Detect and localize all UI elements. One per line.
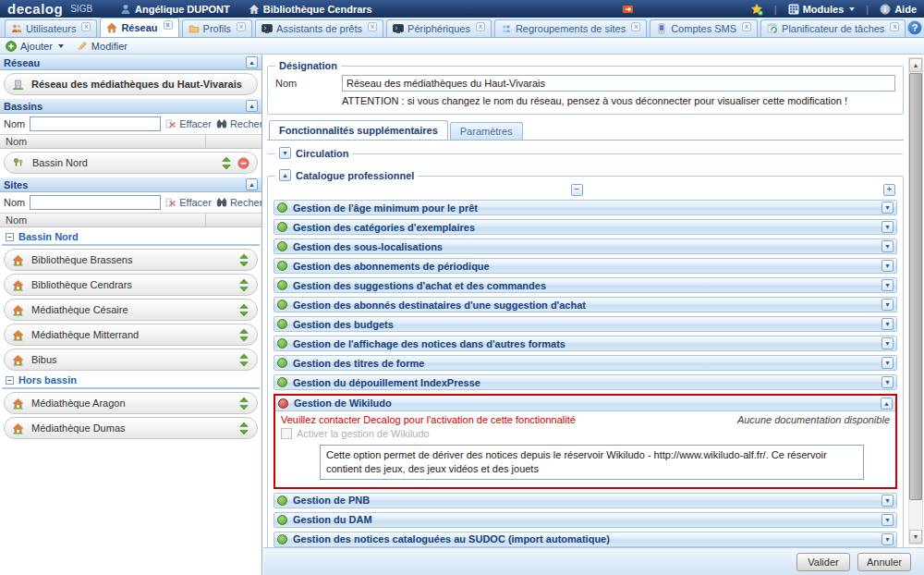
expand-button[interactable]: ▼: [279, 147, 291, 159]
feature-bar[interactable]: Gestion des suggestions d'achat et des c…: [274, 277, 897, 293]
feature-bar[interactable]: Gestion des abonnements de périodique▼: [274, 258, 897, 274]
sort-arrows-icon[interactable]: [238, 353, 249, 367]
sort-arrows-icon[interactable]: [221, 156, 232, 170]
tab-p-riph-riques[interactable]: Périphériquesx: [386, 19, 492, 37]
help-button[interactable]: ?: [907, 20, 922, 35]
expand-feature-button[interactable]: ▼: [881, 533, 894, 545]
expand-feature-button[interactable]: ▼: [881, 318, 894, 330]
sort-arrows-icon[interactable]: [238, 278, 249, 292]
site-row[interactable]: Bibus: [4, 349, 258, 371]
expand-feature-button[interactable]: ▼: [881, 202, 894, 214]
expand-feature-button[interactable]: ▼: [881, 495, 894, 507]
site-row[interactable]: Médiathèque Aragon: [4, 392, 258, 414]
feature-bar[interactable]: Gestion des titres de forme▼: [274, 355, 897, 371]
cancel-button[interactable]: Annuler: [857, 553, 911, 571]
expand-feature-button[interactable]: ▼: [881, 260, 894, 272]
add-button[interactable]: Ajouter: [6, 41, 64, 52]
current-user[interactable]: Angélique DUPONT: [120, 4, 230, 15]
expand-feature-button[interactable]: ▼: [881, 279, 894, 291]
bassin-row[interactable]: Bassin Nord: [4, 152, 258, 174]
panel-header-sites[interactable]: Sites ▲: [0, 177, 261, 192]
bassins-clear-button[interactable]: Effacer: [165, 118, 212, 129]
expand-feature-button[interactable]: ▼: [881, 240, 894, 252]
expand-feature-button[interactable]: ▼: [881, 221, 894, 233]
tab-assistants-de-pr-ts[interactable]: Assistants de prêtsx: [255, 19, 383, 37]
bassins-column-header[interactable]: Nom: [0, 134, 261, 149]
panel-header-bassins[interactable]: Bassins ▲: [0, 98, 261, 114]
favorites-add-icon[interactable]: [750, 3, 763, 16]
help-menu[interactable]: Aide: [880, 4, 917, 15]
remove-icon[interactable]: [237, 157, 249, 169]
expand-feature-button[interactable]: ▼: [881, 357, 894, 369]
feature-bar[interactable]: Gestion des catégories d'exemplaires▼: [274, 219, 897, 235]
panel-header-reseau[interactable]: Réseau ▲: [0, 55, 261, 70]
feature-bar[interactable]: Gestion des sous-localisations▼: [274, 239, 897, 254]
tab-profils[interactable]: Profilsx: [182, 19, 253, 37]
site-group-header[interactable]: −Bassin Nord: [2, 231, 260, 246]
close-icon[interactable]: x: [890, 22, 899, 31]
site-row[interactable]: Bibliothèque Brassens: [4, 249, 258, 271]
collapse-button[interactable]: ▲: [246, 56, 258, 68]
collapse-button[interactable]: ▲: [279, 169, 291, 181]
site-row[interactable]: Bibliothèque Cendrars: [4, 274, 258, 296]
current-site[interactable]: Bibliothèque Cendrars: [249, 4, 372, 15]
close-icon[interactable]: x: [631, 22, 640, 31]
bassins-search-input[interactable]: [30, 116, 161, 131]
tab-planificateur-de-t-ches[interactable]: Planificateur de tâchesx: [760, 19, 906, 37]
close-icon[interactable]: x: [81, 22, 91, 31]
feature-bar[interactable]: Gestion de Wikiludo▲: [275, 396, 895, 411]
collapse-group-icon[interactable]: −: [6, 376, 14, 385]
feature-bar[interactable]: Gestion de PNB▼: [274, 493, 897, 508]
modules-menu[interactable]: Modules: [788, 4, 856, 15]
export-icon[interactable]: [622, 4, 634, 15]
tab-r-seau[interactable]: Réseaux: [100, 18, 178, 37]
modify-button[interactable]: Modifier: [77, 41, 128, 52]
close-icon[interactable]: x: [164, 20, 173, 30]
scroll-up-button[interactable]: ▲: [909, 58, 922, 72]
site-row[interactable]: Médiathèque Mitterrand: [4, 324, 258, 346]
sites-search-input[interactable]: [30, 195, 161, 210]
sites-clear-button[interactable]: Effacer: [165, 197, 212, 208]
site-group-header[interactable]: −Hors bassin: [2, 374, 260, 389]
feature-bar[interactable]: Gestion des budgets▼: [274, 316, 897, 332]
feature-bar[interactable]: Gestion du DAM▼: [274, 512, 897, 528]
expand-feature-button[interactable]: ▼: [881, 376, 894, 388]
collapse-feature-button[interactable]: ▲: [881, 398, 893, 410]
tab-fonctionnalites[interactable]: Fonctionnalités supplémentaires: [269, 120, 448, 140]
site-row[interactable]: Médiathèque Dumas: [4, 417, 258, 439]
sort-arrows-icon[interactable]: [238, 397, 249, 410]
feature-bar[interactable]: Gestion du dépouillement IndexPresse▼: [274, 374, 897, 390]
network-item[interactable]: Réseau des médiathèques du Haut-Vivarais: [4, 73, 258, 95]
expand-feature-button[interactable]: ▼: [881, 337, 894, 349]
sites-search-button[interactable]: Rechercher: [216, 197, 262, 208]
feature-bar[interactable]: Gestion des notices cataloguées au SUDOC…: [274, 532, 897, 547]
collapse-group-icon[interactable]: −: [6, 233, 14, 241]
collapse-button[interactable]: ▲: [246, 178, 258, 190]
sort-arrows-icon[interactable]: [238, 303, 249, 317]
activate-wikiludo-checkbox[interactable]: [281, 428, 292, 439]
tab-utilisateurs[interactable]: Utilisateursx: [5, 19, 97, 37]
scrollbar-thumb[interactable]: [909, 73, 922, 500]
site-row[interactable]: Médiathèque Césaire: [4, 299, 258, 321]
collapse-all-button[interactable]: −: [571, 184, 583, 196]
close-icon[interactable]: x: [742, 22, 751, 31]
feature-bar[interactable]: Gestion des abonnés destinataires d'une …: [274, 297, 897, 312]
tab-regroupements-de-sites[interactable]: Regroupements de sitesx: [494, 19, 647, 37]
expand-feature-button[interactable]: ▼: [881, 514, 894, 526]
sites-column-header[interactable]: Nom: [0, 213, 261, 227]
sort-arrows-icon[interactable]: [238, 422, 249, 435]
sort-arrows-icon[interactable]: [238, 328, 249, 342]
collapse-button[interactable]: ▲: [246, 100, 258, 112]
feature-bar[interactable]: Gestion de l'âge minimum pour le prêt▼: [274, 200, 897, 215]
close-icon[interactable]: x: [237, 22, 246, 31]
bassins-search-button[interactable]: Rechercher: [216, 118, 262, 129]
vertical-scrollbar[interactable]: ▲ ▼: [908, 57, 923, 544]
close-icon[interactable]: x: [476, 22, 485, 31]
validate-button[interactable]: Valider: [796, 553, 850, 571]
scroll-down-button[interactable]: ▼: [909, 530, 922, 544]
sort-arrows-icon[interactable]: [238, 253, 249, 267]
feature-bar[interactable]: Gestion de l'affichage des notices dans …: [274, 336, 897, 351]
close-icon[interactable]: x: [368, 22, 377, 31]
nom-input[interactable]: [342, 75, 895, 92]
tab-comptes-sms[interactable]: Comptes SMSx: [650, 19, 758, 37]
